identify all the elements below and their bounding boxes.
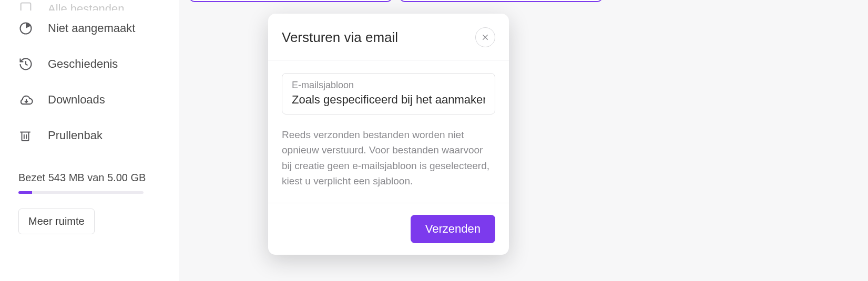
sidebar-item-not-created[interactable]: Niet aangemaakt: [0, 11, 179, 46]
cloud-download-icon: [18, 92, 48, 107]
modal-footer: Verzenden: [268, 203, 509, 255]
background-card: [400, 0, 603, 2]
modal-info-text: Reeds verzonden bestanden worden niet op…: [268, 117, 509, 203]
svg-rect-0: [21, 3, 31, 11]
select-value: Zoals gespecificeerd bij het aanmaken: [292, 93, 485, 107]
sidebar-item-label: Alle bestanden: [48, 2, 125, 11]
sidebar-item-downloads[interactable]: Downloads: [0, 82, 179, 118]
modal-body: E-mailsjabloon Zoals gespecificeerd bij …: [268, 60, 509, 117]
modal-header: Versturen via email: [268, 14, 509, 60]
pie-icon: [18, 21, 48, 36]
sidebar-item-label: Prullenbak: [48, 129, 103, 142]
storage-progress-fill: [18, 191, 32, 194]
sidebar: Alle bestanden Niet aangemaakt Geschiede…: [0, 0, 179, 281]
select-label: E-mailsjabloon: [292, 80, 485, 91]
sidebar-item-all-files[interactable]: Alle bestanden: [0, 0, 179, 11]
modal-title: Versturen via email: [282, 29, 398, 46]
history-icon: [18, 57, 48, 71]
sidebar-item-label: Niet aangemaakt: [48, 22, 135, 35]
modal-close-button[interactable]: [475, 27, 495, 47]
send-button[interactable]: Verzenden: [411, 215, 495, 243]
sidebar-item-label: Downloads: [48, 93, 105, 107]
files-icon: [18, 1, 48, 11]
sidebar-item-trash[interactable]: Prullenbak: [0, 118, 179, 153]
sidebar-item-history[interactable]: Geschiedenis: [0, 46, 179, 82]
trash-icon: [18, 128, 48, 143]
storage-usage-text: Bezet 543 MB van 5.00 GB: [18, 172, 160, 184]
storage-progress-bar: [18, 191, 144, 194]
background-card: [189, 0, 392, 2]
email-template-select[interactable]: E-mailsjabloon Zoals gespecificeerd bij …: [282, 73, 495, 115]
sidebar-item-label: Geschiedenis: [48, 57, 118, 71]
sidebar-list: Alle bestanden Niet aangemaakt Geschiede…: [0, 0, 179, 153]
more-space-button[interactable]: Meer ruimte: [18, 209, 95, 234]
storage-block: Bezet 543 MB van 5.00 GB Meer ruimte: [0, 153, 179, 234]
send-email-modal: Versturen via email E-mailsjabloon Zoals…: [268, 14, 509, 255]
close-icon: [481, 33, 489, 41]
